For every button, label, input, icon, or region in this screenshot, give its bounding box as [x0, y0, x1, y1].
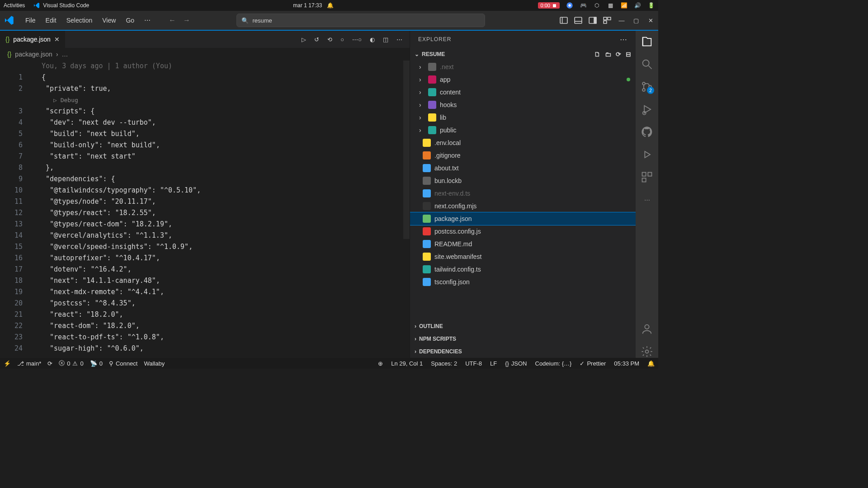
window-maximize-icon[interactable]: ▢	[632, 16, 640, 24]
eol[interactable]: LF	[490, 360, 497, 367]
code-content[interactable]: You, 3 days ago | 1 author (You){ "priva…	[32, 61, 410, 358]
layout-sidebar-left-icon[interactable]	[560, 16, 568, 24]
screen-recorder[interactable]: 0:00⏹	[538, 2, 560, 9]
editor-more-icon[interactable]: ⋯	[396, 36, 402, 43]
file-next-env-d-ts[interactable]: next-env.d.ts	[410, 187, 636, 200]
github-activity-icon[interactable]	[641, 126, 653, 138]
command-center[interactable]: 🔍 resume	[236, 14, 485, 27]
chrome-tray-icon[interactable]	[566, 2, 573, 9]
connect-button[interactable]: ⚲ Connect	[109, 360, 137, 367]
menu-go[interactable]: Go	[121, 14, 139, 27]
wallaby-status[interactable]: Wallaby	[144, 360, 165, 367]
tray-icon-2[interactable]: ▦	[607, 2, 614, 9]
file-tsconfig-json[interactable]: tsconfig.json	[410, 276, 636, 288]
collapse-all-icon[interactable]: ⊟	[626, 51, 631, 58]
accounts-activity-icon[interactable]	[641, 323, 653, 335]
history-icon[interactable]: ↺	[314, 36, 319, 43]
more-icon[interactable]: ⋯○	[352, 36, 362, 43]
folder-app[interactable]: ›app	[410, 73, 636, 86]
file-bun-lockb[interactable]: bun.lockb	[410, 174, 636, 187]
file-about-txt[interactable]: about.txt	[410, 162, 636, 174]
explorer-more-icon[interactable]: ⋯	[620, 35, 627, 44]
refresh-icon[interactable]: ⟳	[616, 51, 621, 58]
tree-item-label: bun.lockb	[434, 177, 462, 184]
activities-button[interactable]: Activities	[4, 2, 25, 9]
source-control-activity-icon[interactable]: 2	[641, 80, 653, 93]
folder-content[interactable]: ›content	[410, 86, 636, 99]
extra-activity-icon[interactable]: ⋯	[641, 193, 653, 206]
timeline-icon[interactable]: ⟲	[327, 36, 332, 43]
menu-bar: File Edit Selection View Go ⋯	[21, 14, 155, 27]
breadcrumb[interactable]: {} package.json › …	[0, 48, 410, 61]
menu-file[interactable]: File	[21, 14, 40, 27]
settings-activity-icon[interactable]	[641, 345, 653, 358]
editor-scrollbar[interactable]	[403, 61, 410, 239]
file-postcss-config-js[interactable]: postcss.config.js	[410, 225, 636, 238]
file-readme-md[interactable]: README.md	[410, 238, 636, 250]
system-clock[interactable]: mar 1 17:33	[293, 2, 322, 9]
explorer-activity-icon[interactable]	[641, 35, 653, 48]
indentation[interactable]: Spaces: 2	[431, 360, 457, 367]
battery-icon[interactable]: 🔋	[647, 2, 655, 9]
folder-lib[interactable]: ›lib	[410, 111, 636, 124]
file-icon	[423, 215, 431, 223]
file--env-local[interactable]: .env.local	[410, 136, 636, 149]
file--gitignore[interactable]: .gitignore	[410, 149, 636, 162]
compare-icon[interactable]: ○	[340, 36, 344, 43]
menu-edit[interactable]: Edit	[41, 14, 61, 27]
cursor-position[interactable]: Ln 29, Col 1	[391, 360, 423, 367]
discord-tray-icon[interactable]: 🎮	[580, 2, 587, 9]
remote-indicator[interactable]: ⚡	[4, 360, 11, 367]
debug-code-lens[interactable]: ▷ Debug	[32, 94, 410, 106]
encoding[interactable]: UTF-8	[465, 360, 482, 367]
file-site-webmanifest[interactable]: site.webmanifest	[410, 250, 636, 263]
project-section-header[interactable]: ⌄ RESUME 🗋 🗀 ⟳ ⊟	[410, 48, 636, 61]
new-file-icon[interactable]: 🗋	[594, 51, 600, 58]
npm-scripts-section[interactable]: › NPM SCRIPTS	[410, 333, 636, 345]
language-mode[interactable]: {} JSON	[505, 360, 527, 367]
layout-sidebar-right-icon[interactable]	[589, 16, 597, 24]
volume-icon[interactable]: 🔊	[634, 2, 641, 9]
git-branch[interactable]: ⎇ main*	[17, 360, 41, 367]
sync-icon[interactable]: ⟳	[47, 360, 52, 367]
menu-more-icon[interactable]: ⋯	[140, 14, 155, 27]
prettier-status[interactable]: ✓ Prettier	[580, 360, 606, 367]
diff-icon[interactable]: ◐	[370, 36, 375, 43]
ports[interactable]: 📡 0	[90, 360, 103, 367]
folder-hooks[interactable]: ›hooks	[410, 99, 636, 111]
new-folder-icon[interactable]: 🗀	[605, 51, 611, 58]
folder-public[interactable]: ›public	[410, 124, 636, 136]
code-editor[interactable]: 123456789101112131415161718192021222324 …	[0, 61, 410, 358]
wifi-icon[interactable]: 📶	[620, 2, 627, 9]
extensions-activity-icon[interactable]	[641, 171, 653, 183]
file-tailwind-config-ts[interactable]: tailwind.config.ts	[410, 263, 636, 276]
layout-panel-icon[interactable]	[574, 16, 582, 24]
tab-package-json[interactable]: {} package.json ✕	[0, 31, 66, 48]
codeium-status[interactable]: Codeium: {…}	[535, 360, 572, 367]
tab-close-icon[interactable]: ✕	[54, 36, 60, 43]
zoom-icon[interactable]: ⊕	[378, 360, 383, 367]
search-activity-icon[interactable]	[641, 58, 653, 70]
folder--next[interactable]: ›.next	[410, 61, 636, 73]
editor-group: {} package.json ✕ ▷ ↺ ⟲ ○ ⋯○ ◐ ◫ ⋯ {} pa…	[0, 31, 410, 358]
split-editor-icon[interactable]: ◫	[383, 36, 388, 43]
dependencies-section[interactable]: › DEPENDENCIES	[410, 345, 636, 358]
nav-back-icon[interactable]: ←	[169, 16, 176, 24]
window-minimize-icon[interactable]: —	[618, 16, 626, 24]
menu-selection[interactable]: Selection	[62, 14, 97, 27]
remote-activity-icon[interactable]	[641, 148, 653, 161]
tray-icon-1[interactable]: ⬡	[593, 2, 600, 9]
app-indicator[interactable]: Visual Studio Code	[33, 2, 89, 9]
window-close-icon[interactable]: ✕	[646, 16, 655, 24]
problems-errors[interactable]: ⓧ 0 ⚠ 0	[59, 359, 83, 367]
menu-view[interactable]: View	[98, 14, 120, 27]
layout-customize-icon[interactable]	[603, 16, 611, 24]
file-package-json[interactable]: package.json	[410, 212, 636, 225]
outline-section[interactable]: › OUTLINE	[410, 320, 636, 333]
run-icon[interactable]: ▷	[302, 36, 306, 43]
notification-bell-icon[interactable]: 🔔	[326, 2, 334, 9]
notifications-icon[interactable]: 🔔	[647, 360, 655, 367]
run-debug-activity-icon[interactable]	[641, 103, 653, 116]
nav-forward-icon[interactable]: →	[183, 16, 190, 24]
file-next-config-mjs[interactable]: next.config.mjs	[410, 200, 636, 212]
